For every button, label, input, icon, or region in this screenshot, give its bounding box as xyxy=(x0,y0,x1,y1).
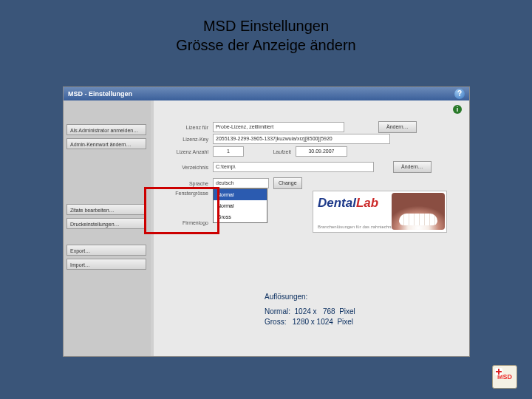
license-count-field: 1 xyxy=(213,146,244,157)
license-key-label: Lizenz-Key xyxy=(164,137,208,142)
dropdown-option-gross[interactable]: Gross xyxy=(214,211,267,222)
resolution-gross: Gross: 1280 x 1024 Pixel xyxy=(265,318,353,326)
resolution-normal: Normal: 1024 x 768 Pixel xyxy=(265,307,355,316)
slide-title: MSD Einstellungen Grösse der Anzeige änd… xyxy=(0,16,532,55)
language-change-button[interactable]: Change xyxy=(273,177,302,189)
logo-suffix: Lab xyxy=(356,196,378,210)
sidebar-btn-import[interactable]: Import… xyxy=(66,259,146,270)
content-area: i Lizenz für Probe-Lizenz, zeitlimitiert… xyxy=(154,100,469,356)
company-logo-label: Firmenlogo xyxy=(164,220,208,225)
sidebar-btn-edit-quotes[interactable]: Zitate bearbeiten… xyxy=(66,204,146,215)
language-label: Sprache xyxy=(186,181,208,186)
sidebar: Als Administrator anmelden… Admin-Kennwo… xyxy=(64,100,151,356)
window-size-dropdown[interactable]: Normal Normal Gross xyxy=(213,188,267,223)
license-key-field: 2055139-2299-3905-1337|kuzwuia/xrzj[8500… xyxy=(213,134,390,144)
logo-prefix: Dental xyxy=(318,196,356,210)
app-window-title: MSD - Einstellungen xyxy=(68,90,132,98)
slide-title-line1: MSD Einstellungen xyxy=(203,18,329,34)
msd-corner-logo: MSD xyxy=(492,365,517,389)
resolutions-header: Auflösungen: xyxy=(265,293,307,301)
directory-label: Verzeichnis xyxy=(164,165,208,170)
window-size-label: Fenstergrösse xyxy=(164,191,208,196)
sidebar-btn-export[interactable]: Export… xyxy=(66,245,146,256)
directory-field[interactable]: C:\temp\ xyxy=(213,162,374,172)
company-logo-preview: DentalLab Branchenlösungen für das zahnt… xyxy=(313,191,447,233)
swiss-cross-icon xyxy=(495,368,502,375)
license-for-label: Lizenz für xyxy=(164,125,208,130)
dropdown-option-normal[interactable]: Normal xyxy=(214,200,267,211)
sidebar-btn-print-settings[interactable]: Druckeinstellungen… xyxy=(66,218,146,229)
directory-change-button[interactable]: Ändern… xyxy=(393,161,432,173)
sidebar-btn-admin-login[interactable]: Als Administrator anmelden… xyxy=(66,124,146,135)
teeth-image xyxy=(392,193,445,230)
slide-title-line2: Grösse der Anzeige ändern xyxy=(176,37,356,53)
runtime-field: 30.09.2007 xyxy=(296,146,347,157)
license-count-label: Lizenz Anzahl xyxy=(164,149,208,154)
dropdown-option-selected[interactable]: Normal xyxy=(214,189,267,200)
language-field[interactable]: deutsch xyxy=(213,178,269,188)
sidebar-btn-admin-password[interactable]: Admin-Kennwort ändern… xyxy=(66,138,146,149)
app-window: MSD - Einstellungen ? Als Administrator … xyxy=(64,87,469,356)
license-for-field: Probe-Lizenz, zeitlimitiert xyxy=(213,122,344,132)
help-icon[interactable]: ? xyxy=(454,89,465,99)
logo-text: DentalLab xyxy=(318,196,378,211)
app-titlebar: MSD - Einstellungen ? xyxy=(64,87,469,100)
app-body: Als Administrator anmelden… Admin-Kennwo… xyxy=(64,100,469,356)
info-icon[interactable]: i xyxy=(453,105,462,114)
license-change-button[interactable]: Ändern… xyxy=(378,121,417,133)
runtime-label: Laufzeit xyxy=(263,149,291,154)
